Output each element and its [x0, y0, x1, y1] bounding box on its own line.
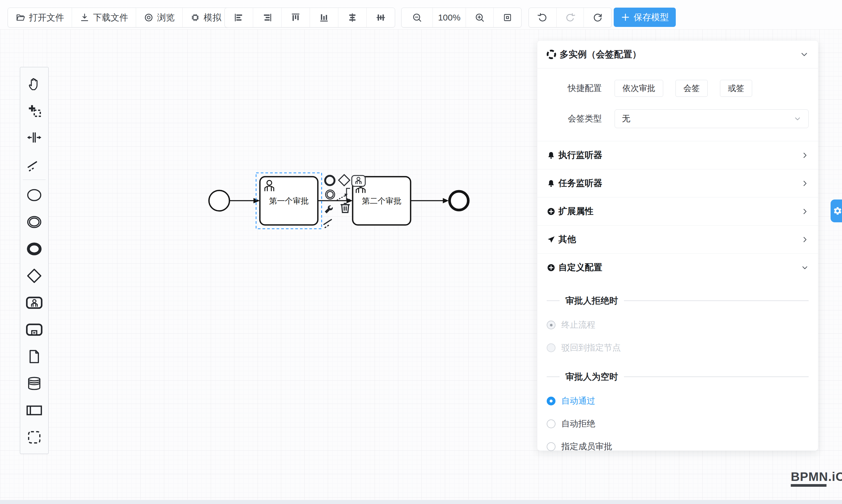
- radio-checked: [547, 397, 556, 406]
- section-task-listener[interactable]: 任务监听器: [537, 169, 818, 197]
- plus-circle-icon: [547, 207, 556, 216]
- download-file-button[interactable]: 下载文件: [72, 8, 136, 27]
- open-file-button[interactable]: 打开文件: [8, 8, 72, 27]
- simulate-chip-icon: [190, 13, 200, 22]
- preview-button[interactable]: 浏览: [136, 8, 182, 27]
- create-participant[interactable]: [20, 397, 48, 424]
- radio-return-to-node[interactable]: 驳回到指定节点: [547, 336, 809, 359]
- save-model-button[interactable]: 保存模型: [614, 7, 676, 27]
- reject-group-divider: 审批人拒绝时: [547, 292, 809, 309]
- gear-icon: [833, 206, 842, 216]
- global-connect-icon: [27, 157, 42, 172]
- zoom-out-button[interactable]: [402, 8, 433, 27]
- user-task-node-1[interactable]: 第一个审批: [260, 177, 318, 225]
- task2-label: 第二个审批: [362, 197, 402, 205]
- settings-side-tab[interactable]: [830, 199, 842, 222]
- quick-config-label: 快捷配置: [547, 83, 602, 94]
- align-center-vertical-button[interactable]: [366, 8, 395, 27]
- align-left-button[interactable]: [225, 8, 253, 27]
- connect-icon[interactable]: [324, 217, 335, 228]
- section-custom-config[interactable]: 自定义配置: [537, 253, 818, 282]
- restart-button[interactable]: [583, 8, 611, 27]
- chevron-right-icon: [801, 180, 809, 187]
- undo-button[interactable]: [529, 8, 556, 27]
- download-file-label: 下载文件: [93, 12, 128, 24]
- zoom-in-button[interactable]: [466, 8, 493, 27]
- folder-open-icon: [16, 13, 25, 22]
- end-event-node[interactable]: [450, 191, 468, 210]
- radio-auto-pass[interactable]: 自动通过: [547, 390, 809, 412]
- section-other[interactable]: 其他: [537, 225, 818, 253]
- create-start-event[interactable]: [20, 182, 48, 209]
- start-event-node[interactable]: [209, 191, 229, 211]
- chevron-down-icon[interactable]: [800, 50, 809, 59]
- align-center-horizontal-button[interactable]: [338, 8, 366, 27]
- redo-button[interactable]: [556, 8, 583, 27]
- redo-icon: [565, 12, 575, 23]
- create-end-event[interactable]: [20, 235, 48, 263]
- quick-config-orsign-button[interactable]: 或签: [720, 80, 752, 97]
- start-event-icon: [26, 187, 42, 203]
- space-tool-icon: [27, 130, 42, 145]
- fit-viewport-button[interactable]: [493, 8, 521, 27]
- quick-config-countersign-button[interactable]: 会签: [676, 80, 708, 97]
- radio-assign-member[interactable]: 指定成员审批: [547, 435, 809, 458]
- create-intermediate-event[interactable]: [20, 209, 48, 235]
- create-data-store[interactable]: [20, 370, 48, 397]
- send-icon: [547, 235, 556, 244]
- create-gateway[interactable]: [20, 263, 48, 289]
- create-group[interactable]: [20, 424, 48, 451]
- radio-terminate-process[interactable]: 终止流程: [547, 313, 809, 336]
- multi-instance-icon: [547, 50, 556, 59]
- chevron-right-icon: [801, 208, 809, 215]
- sign-type-value: 无: [622, 113, 794, 125]
- section-execution-listener[interactable]: 执行监听器: [537, 141, 818, 169]
- simulate-button[interactable]: 模拟: [182, 8, 229, 27]
- zoom-level-display[interactable]: 100%: [433, 8, 466, 27]
- sign-type-select[interactable]: 无: [615, 109, 809, 128]
- align-center-vertical-icon: [375, 12, 386, 23]
- bell-icon: [547, 151, 556, 160]
- append-task-icon[interactable]: [352, 176, 365, 186]
- plus-icon: [621, 13, 630, 22]
- lasso-tool[interactable]: [20, 97, 48, 124]
- append-gateway-icon[interactable]: [339, 175, 350, 186]
- bell-icon: [547, 179, 556, 188]
- panel-header[interactable]: 多实例（会签配置）: [537, 41, 818, 69]
- create-data-object[interactable]: [20, 343, 48, 370]
- bpmn-io-watermark[interactable]: BPMN.iO: [791, 470, 842, 487]
- align-right-icon: [262, 12, 273, 23]
- align-right-button[interactable]: [253, 8, 281, 27]
- chevron-right-icon: [801, 236, 809, 244]
- delete-trash-icon[interactable]: [341, 203, 350, 212]
- create-user-task[interactable]: [20, 289, 48, 316]
- lasso-icon: [27, 103, 42, 118]
- global-connect-tool[interactable]: [20, 151, 48, 178]
- intermediate-event-icon: [26, 214, 42, 230]
- save-model-label: 保存模型: [634, 12, 669, 23]
- preview-icon: [144, 13, 154, 22]
- panel-title: 多实例（会签配置）: [560, 48, 800, 60]
- chevron-right-icon: [801, 151, 809, 159]
- change-type-wrench-icon[interactable]: [325, 205, 333, 213]
- append-intermediate-event-icon[interactable]: [326, 190, 335, 199]
- append-text-annotation-icon[interactable]: [337, 188, 350, 200]
- align-center-horizontal-icon: [347, 12, 358, 23]
- hand-tool[interactable]: [20, 70, 48, 97]
- open-file-label: 打开文件: [29, 12, 64, 24]
- align-bottom-button[interactable]: [310, 8, 338, 27]
- participant-icon: [26, 402, 43, 419]
- create-subprocess[interactable]: [20, 316, 48, 343]
- file-toolbar-group: 打开文件 下载文件 浏览 模拟: [7, 7, 229, 28]
- hand-icon: [27, 76, 42, 91]
- end-event-icon: [26, 241, 42, 257]
- section-extended-properties[interactable]: 扩展属性: [537, 197, 818, 225]
- align-top-button[interactable]: [281, 8, 310, 27]
- data-object-icon: [27, 349, 42, 364]
- quick-config-sequential-button[interactable]: 依次审批: [615, 80, 663, 97]
- horizontal-scrollbar[interactable]: [0, 500, 842, 504]
- append-end-event-icon[interactable]: [325, 176, 334, 185]
- space-tool[interactable]: [20, 124, 48, 151]
- radio-auto-reject[interactable]: 自动拒绝: [547, 412, 809, 435]
- history-toolbar-group: [529, 7, 612, 28]
